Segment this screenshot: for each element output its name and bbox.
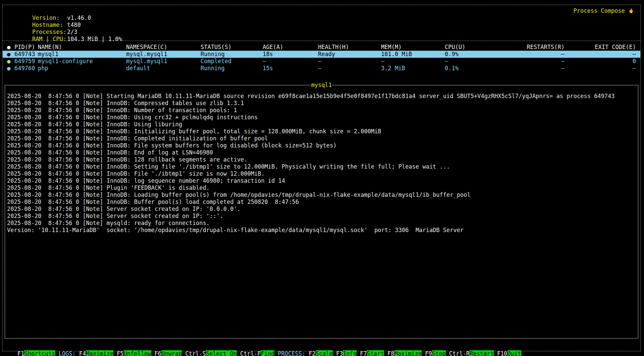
log-line: 2025-08-20 8:47:56 0 [Note] InnoDB: Comp… (7, 135, 635, 142)
header-bullet-icon: ● (7, 44, 14, 51)
unfollow-button[interactable]: Unfollow (124, 350, 151, 356)
unwrap-button[interactable]: Unwrap (161, 350, 182, 356)
restart-button[interactable]: Restart (470, 350, 494, 356)
log-body: 2025-08-20 8:47:56 0 [Note] Starting Mar… (5, 85, 638, 234)
log-line: 2025-08-20 8:47:56 0 [Note] mysqld: read… (7, 220, 635, 227)
cell-name: php (38, 65, 126, 72)
shortcut-ctrl-s: Ctrl-SSelect On (185, 350, 237, 356)
cell-namespace: mysql.mysql1 (126, 51, 201, 58)
key-label: F3 (336, 350, 343, 356)
key-label: F2 (309, 350, 315, 356)
header-pane: Version:v1.46.0 Hostname:t480 Processes:… (3, 5, 640, 41)
start-button[interactable]: Start (367, 350, 384, 356)
column-header-mem: MEM(M) (381, 44, 445, 51)
cell-restarts: – (486, 58, 565, 65)
key-label: F7 (360, 350, 367, 356)
select-on-button[interactable]: Select On (206, 350, 237, 356)
shortcut-f7: F7Start (360, 350, 384, 356)
log-line: 2025-08-20 8:47:56 0 [Note] InnoDB: File… (7, 170, 635, 177)
cell-mem: – (381, 58, 445, 65)
log-line: 2025-08-20 8:47:56 0 [Note] Plugin 'FEED… (7, 184, 635, 191)
quit-button[interactable]: Quit (507, 350, 521, 356)
column-header-cpu: CPU(U) (445, 44, 486, 51)
shortcut-f4: F4Maximize (79, 350, 113, 356)
log-line: 2025-08-20 8:47:56 0 [Note] Server socke… (7, 206, 635, 213)
version-label: Version: (32, 14, 67, 21)
log-line: 2025-08-20 8:47:56 0 [Note] InnoDB: Comp… (7, 100, 635, 107)
column-header-age: AGE(A) (263, 44, 318, 51)
cell-namespace: mysql.mysql1 (126, 58, 201, 65)
log-line: 2025-08-20 8:47:56 0 [Note] InnoDB: File… (7, 142, 635, 149)
cell-status: Completed (201, 58, 263, 65)
cell-mem: 101.0 MiB (381, 51, 445, 58)
app-title-text: Process Compose (573, 7, 625, 14)
version-value: v1.46.0 (67, 14, 91, 21)
processes-value: 2/3 (67, 29, 77, 35)
shortcut-bar: F1ShortcutsLOGS:F4MaximizeF5UnfollowF6Un… (4, 343, 639, 350)
cell-exit-code: 0 (565, 58, 636, 65)
cell-exit-code: – (565, 65, 636, 72)
table-row-php[interactable]: ● 649760 php default Running 15s – 3.2 M… (3, 65, 640, 72)
logs-maximize-button[interactable]: Maximize (86, 350, 113, 356)
process-maximize-button[interactable]: Maximize (394, 350, 422, 356)
find-button[interactable]: Find (261, 350, 274, 356)
log-line: 2025-08-20 8:47:56 0 [Note] InnoDB: Buff… (7, 198, 635, 206)
cell-exit-code: – (565, 51, 636, 58)
process-table: ● PID(P) NAME(N) NAMESPACE(C) STATUS(S) … (3, 41, 640, 85)
shortcut-f8: F8Maximize (387, 350, 422, 356)
key-label: F4 (79, 350, 86, 356)
table-row-mysql1-configure[interactable]: ● 649759 mysql1-configure mysql.mysql1 C… (3, 58, 640, 65)
system-info: Version:v1.46.0 Hostname:t480 Processes:… (5, 7, 122, 36)
fire-icon (628, 7, 634, 14)
table-header-row: ● PID(P) NAME(N) NAMESPACE(C) STATUS(S) … (3, 44, 640, 51)
key-label: Ctrl-F (240, 350, 261, 356)
processes-label: Processes: (32, 29, 67, 36)
column-header-pid: PID(P) (14, 44, 38, 51)
key-label: F6 (155, 350, 161, 356)
shortcut-ctrl-f: Ctrl-FFind (240, 350, 274, 356)
process-compose-app: Version:v1.46.0 Hostname:t480 Processes:… (2, 5, 641, 351)
cell-pid: 649760 (14, 65, 38, 72)
hostname-label: Hostname: (32, 21, 67, 29)
shortcut-f10: F10Quit (497, 350, 521, 356)
shortcuts-button[interactable]: Shortcuts (24, 350, 55, 356)
cell-health: Ready (318, 51, 381, 58)
log-line: 2025-08-20 8:47:56 0 [Note] InnoDB: Usin… (7, 121, 635, 128)
column-header-health: HEALTH(H) (318, 44, 381, 51)
cell-restarts: – (486, 51, 565, 58)
key-label: Ctrl-S (185, 350, 206, 356)
app-title: Process Compose (573, 7, 634, 14)
column-header-exit-code: EXIT CODE(E) (565, 44, 636, 51)
log-panel-title: mysql1 (311, 82, 332, 89)
key-label: F9 (425, 350, 432, 356)
cell-namespace: default (126, 65, 201, 72)
cell-cpu: 0.9% (445, 51, 486, 58)
version-line: Version:v1.46.0 (5, 7, 122, 14)
status-dot-icon: ● (7, 51, 14, 58)
log-line: 2025-08-20 8:47:56 0 [Note] InnoDB: Sett… (7, 163, 635, 170)
shortcut-f5: F5Unfollow (117, 350, 151, 356)
column-header-namespace: NAMESPACE(C) (126, 44, 201, 51)
shortcut-f3: F3Info (336, 350, 357, 356)
shortcut-f1: F1Shortcuts (17, 350, 55, 356)
info-button[interactable]: Info (343, 350, 357, 356)
log-line: Version: '10.11.11-MariaDB' socket: '/ho… (7, 227, 635, 234)
process-section-label: PROCESS: (278, 350, 305, 356)
table-row-mysql1[interactable]: ● 649743 mysql1 mysql.mysql1 Running 18s… (3, 51, 640, 58)
log-panel[interactable]: mysql1 2025-08-20 8:47:56 0 [Note] Start… (5, 85, 638, 339)
stop-button[interactable]: Stop (432, 350, 446, 356)
log-line: 2025-08-20 8:47:56 0 [Note] Server socke… (7, 213, 635, 220)
scale-button[interactable]: Scale (316, 350, 333, 356)
key-label: Ctrl-R (449, 350, 470, 356)
status-dot-icon: ● (7, 65, 14, 72)
log-line: 2025-08-20 8:47:56 0 [Note] InnoDB: Usin… (7, 114, 635, 121)
cell-status: Running (201, 65, 263, 72)
cell-name: mysql1 (38, 51, 126, 58)
cell-pid: 649743 (14, 51, 38, 58)
column-header-status: STATUS(S) (201, 44, 263, 51)
shortcut-f9: F9Stop (425, 350, 445, 356)
cell-age: 15s (263, 65, 318, 72)
cell-age: – (263, 58, 318, 65)
log-line: 2025-08-20 8:47:56 0 [Note] InnoDB: log … (7, 177, 635, 184)
cell-status: Running (201, 51, 263, 58)
